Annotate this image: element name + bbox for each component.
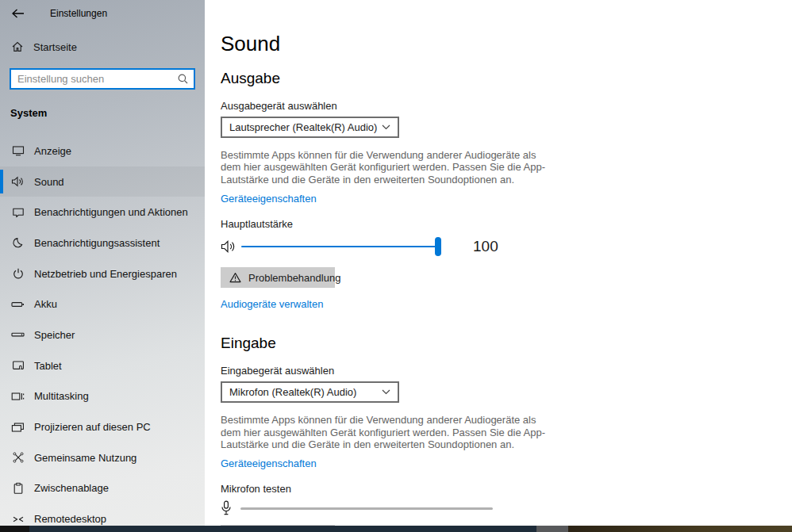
page-title: Sound — [221, 32, 792, 55]
sidebar-item-tablet[interactable]: Tablet — [0, 350, 205, 381]
sound-icon — [11, 175, 25, 188]
master-volume-slider-thumb[interactable] — [435, 237, 441, 256]
back-arrow-icon — [12, 9, 25, 18]
volume-icon — [221, 239, 238, 255]
input-device-properties-link[interactable]: Geräteeigenschaften — [221, 457, 317, 469]
main-content: Sound Ausgabe Ausgabegerät auswählen Lau… — [205, 0, 792, 532]
master-volume-slider-row: 100 — [221, 235, 792, 258]
master-volume-value: 100 — [473, 238, 498, 255]
sidebar-item-gemeinsame-nutzung[interactable]: Gemeinsame Nutzung — [0, 442, 205, 473]
output-description: Bestimmte Apps können für die Verwendung… — [221, 149, 792, 186]
storage-icon — [11, 328, 25, 341]
master-volume-slider[interactable] — [241, 246, 438, 247]
input-device-value: Mikrofon (Realtek(R) Audio) — [229, 386, 379, 398]
back-button[interactable] — [12, 9, 29, 18]
taskbar-segment — [0, 526, 29, 532]
sidebar-item-speicher[interactable]: Speicher — [0, 320, 205, 350]
sidebar-item-home[interactable]: Startseite — [0, 35, 205, 59]
mic-level-meter — [240, 507, 493, 510]
chevron-down-icon — [382, 124, 390, 130]
remote-desktop-icon — [11, 513, 25, 526]
desktop-taskbar-strip — [0, 526, 792, 532]
search-box — [10, 68, 195, 90]
input-device-label: Eingabegerät auswählen — [221, 365, 792, 377]
focus-assist-icon — [11, 236, 25, 249]
sidebar-item-benachrichtigungen[interactable]: Benachrichtigungen und Aktionen — [0, 197, 205, 228]
power-icon — [11, 267, 25, 280]
sidebar-section-title: System — [10, 107, 205, 119]
output-device-properties-link[interactable]: Geräteeigenschaften — [221, 193, 317, 205]
microphone-icon — [221, 500, 233, 517]
sidebar-item-benachrichtigungsassistent[interactable]: Benachrichtigungsassistent — [0, 228, 205, 258]
chevron-down-icon — [382, 389, 390, 395]
notifications-icon — [11, 206, 25, 219]
taskbar-segment — [568, 526, 792, 532]
input-device-select[interactable]: Mikrofon (Realtek(R) Audio) — [221, 381, 399, 403]
display-icon — [11, 144, 25, 157]
output-device-label: Ausgabegerät auswählen — [221, 100, 792, 112]
input-description: Bestimmte Apps können für die Verwendung… — [221, 414, 792, 450]
taskbar-segment — [29, 526, 536, 532]
sidebar-home-label: Startseite — [33, 41, 77, 53]
multitasking-icon — [11, 390, 25, 403]
mic-test-label: Mikrofon testen — [221, 483, 792, 495]
project-icon — [11, 421, 25, 434]
sidebar-nav: Anzeige Sound Benachrichtigungen und Akt… — [0, 136, 205, 532]
output-section-heading: Ausgabe — [221, 69, 792, 88]
warning-icon — [229, 272, 241, 283]
sidebar-item-projizieren[interactable]: Projizieren auf diesen PC — [0, 411, 205, 442]
output-device-select[interactable]: Lautsprecher (Realtek(R) Audio) — [221, 117, 399, 138]
search-input[interactable] — [11, 73, 178, 85]
sidebar-item-netzbetrieb[interactable]: Netzbetrieb und Energiesparen — [0, 258, 205, 289]
sidebar-item-anzeige[interactable]: Anzeige — [0, 136, 205, 166]
share-icon — [11, 451, 25, 464]
sidebar-item-sound[interactable]: Sound — [0, 166, 205, 197]
output-device-value: Lautsprecher (Realtek(R) Audio) — [229, 121, 379, 133]
settings-window: Einstellungen Startseite System Anzeige — [0, 0, 792, 532]
titlebar: Einstellungen — [0, 0, 205, 26]
sidebar-item-zwischenablage[interactable]: Zwischenablage — [0, 473, 205, 504]
sidebar: Einstellungen Startseite System Anzeige — [0, 0, 205, 532]
sidebar-item-multitasking[interactable]: Multitasking — [0, 381, 205, 412]
search-icon[interactable] — [178, 74, 188, 84]
mic-test-row — [221, 499, 792, 517]
home-icon — [11, 40, 24, 53]
manage-audio-devices-link[interactable]: Audiogeräte verwalten — [221, 298, 323, 310]
master-volume-label: Hauptlautstärke — [221, 218, 792, 230]
tablet-icon — [11, 359, 25, 372]
window-title: Einstellungen — [50, 8, 107, 19]
taskbar-segment — [536, 526, 568, 532]
sidebar-item-akku[interactable]: Akku — [0, 289, 205, 320]
battery-icon — [11, 298, 25, 311]
input-section-heading: Eingabe — [221, 334, 792, 353]
clipboard-icon — [11, 482, 25, 495]
output-troubleshoot-button[interactable]: Problembehandlung — [221, 267, 335, 288]
